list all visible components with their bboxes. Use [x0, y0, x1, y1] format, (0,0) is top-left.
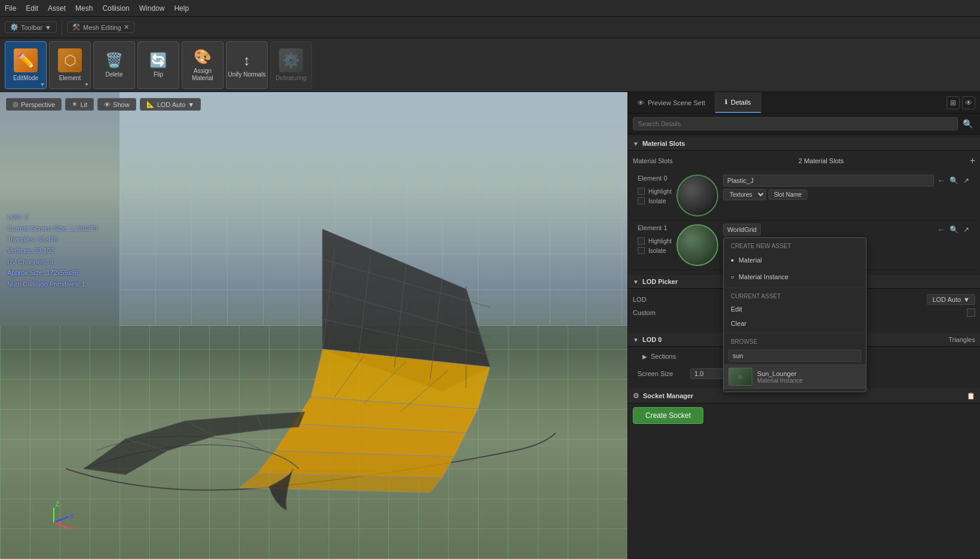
svg-line-12 [54, 523, 69, 529]
lit-icon: ☀ [72, 100, 78, 108]
element-0-material-preview [676, 175, 718, 216]
material-slots-row-header: Material Slots 2 Material Slots + [633, 155, 975, 166]
edit-mode-arrow: ▼ [40, 82, 45, 87]
element-0-search-button[interactable]: 🔍 [948, 175, 960, 186]
browse-search-input[interactable] [728, 350, 861, 362]
element-1-isolate-label: Isolate [648, 248, 666, 254]
element-0-label: Element 0 [638, 175, 672, 182]
material-count: 2 Material Slots [798, 157, 844, 164]
element-0-slot-name-button[interactable]: Slot Name [768, 190, 807, 200]
menu-file[interactable]: File [5, 4, 16, 13]
element-1-search-button[interactable]: 🔍 [948, 224, 960, 235]
menu-edit[interactable]: Edit [26, 4, 38, 13]
create-new-asset-header: Create New Asset [724, 240, 866, 252]
lit-label: Lit [80, 101, 87, 108]
icon-toolbar: ✏️ EditMode ▼ ⬡ Element ▼ 🗑️ Delete 🔄 Fl… [0, 38, 980, 92]
element-0-isolate-checkbox[interactable] [638, 197, 645, 204]
element-1-highlight-checkbox[interactable] [638, 237, 645, 245]
edit-label: Edit [731, 306, 742, 313]
lod-custom-checkbox[interactable] [967, 308, 975, 317]
menu-window[interactable]: Window [139, 4, 165, 13]
details-label: Details [731, 99, 751, 106]
clear-item[interactable]: Clear [724, 316, 866, 331]
browse-header: Browse [724, 336, 866, 347]
screen-size-input[interactable] [690, 368, 726, 379]
assign-material-button[interactable]: 🎨 Assign Material [182, 41, 223, 89]
element-0-isolate-row: Isolate [638, 197, 672, 204]
defeaturing-label: Defeaturing [275, 75, 307, 82]
flip-button[interactable]: 🔄 Flip [137, 41, 179, 89]
element-0-texture-select[interactable]: Textures [723, 189, 766, 200]
browse-result-item[interactable]: SL Sun_Lounger Material Instance [724, 364, 866, 389]
element-1-controls: Element 1 Highlight Isolate [638, 224, 672, 254]
flip-icon: 🔄 [149, 52, 167, 69]
browse-result-type: Material Instance [757, 377, 803, 384]
element-0-highlight-checkbox[interactable] [638, 188, 645, 195]
material-slots-section: Material Slots 2 Material Slots + Elemen… [628, 151, 980, 275]
preview-label: Preview Scene Sett [648, 99, 705, 106]
grid-view-button[interactable]: ⊞ [947, 96, 960, 109]
menu-collision[interactable]: Collision [102, 4, 129, 13]
menu-mesh[interactable]: Mesh [75, 4, 93, 13]
menu-asset[interactable]: Asset [48, 4, 66, 13]
menu-help[interactable]: Help [174, 4, 189, 13]
show-button[interactable]: 👁 Show [97, 98, 136, 111]
element-1-open-button[interactable]: ↗ [962, 224, 970, 235]
lod-value-button[interactable]: LOD Auto ▼ [927, 294, 975, 305]
delete-icon: 🗑️ [105, 52, 123, 69]
material-label: Material [739, 256, 762, 264]
search-input[interactable] [633, 117, 958, 130]
screen-size-label: Screen Size [638, 370, 685, 377]
element-0-material-name: Plastic_J [723, 175, 934, 187]
assign-material-icon: 🎨 [194, 48, 212, 65]
socket-icon: ⚙ [633, 392, 639, 400]
tab-details[interactable]: ℹ Details [715, 92, 761, 113]
toolbar-text: Toolbar [21, 24, 42, 31]
element-arrow: ▼ [84, 82, 89, 87]
lod-button[interactable]: 📐 LOD Auto ▼ [140, 98, 201, 111]
create-material-instance-item[interactable]: ▫ Material Instance [724, 268, 866, 285]
mesh-icon: ⚒️ [72, 23, 81, 31]
element-1-row: Element 1 Highlight Isolate [633, 221, 975, 270]
edit-mode-icon: ✏️ [14, 48, 38, 72]
viewport[interactable]: X Y Z ◎ Perspective ☀ Lit 👁 Show 📐 LOD A… [0, 92, 627, 559]
lod-label: LOD Auto [157, 101, 186, 108]
mesh-editing-label[interactable]: ⚒️ Mesh Editing ✕ [67, 22, 134, 33]
element-1-material-preview [676, 224, 718, 266]
add-slot-button[interactable]: + [970, 155, 975, 166]
mesh-editing-close[interactable]: ✕ [124, 23, 129, 31]
create-socket-button[interactable]: Create Socket [633, 407, 703, 424]
panel-tab-actions: ⊞ 👁 [947, 92, 980, 113]
perspective-button[interactable]: ◎ Perspective [6, 98, 62, 111]
material-slots-header[interactable]: ▼ Material Slots [628, 137, 980, 151]
current-asset-header: Current Asset [724, 291, 866, 302]
element-0-name-row: Plastic_J ← 🔍 ↗ [723, 175, 970, 187]
edit-item[interactable]: Edit [724, 302, 866, 316]
element-0-open-button[interactable]: ↗ [962, 175, 970, 186]
defeaturing-icon: ⚙️ [279, 48, 303, 72]
show-icon: 👁 [104, 101, 111, 108]
toolbar-separator [62, 20, 62, 35]
search-button[interactable]: 🔍 [960, 118, 975, 130]
element-1-name-row: WorldGrid Create New Asset ▪ Material [723, 224, 970, 235]
material-slots-title: Material Slots [642, 140, 975, 147]
search-bar: 🔍 [628, 114, 980, 135]
element-button[interactable]: ⬡ Element ▼ [49, 41, 91, 89]
lod-arrow: ▼ [188, 101, 194, 108]
tab-preview-scene[interactable]: 👁 Preview Scene Sett [628, 92, 715, 113]
lod-custom-label: Custom [633, 309, 681, 316]
lod0-triangles-label: Triangles [948, 336, 975, 343]
edit-mode-button[interactable]: ✏️ EditMode ▼ [5, 41, 47, 89]
element-1-isolate-checkbox[interactable] [638, 247, 645, 254]
flip-label: Flip [154, 71, 163, 78]
element-0-back-button[interactable]: ← [936, 175, 946, 186]
element-1-back-button[interactable]: ← [936, 224, 946, 235]
create-material-item[interactable]: ▪ Material [724, 252, 866, 268]
menu-bar: File Edit Asset Mesh Collision Window He… [0, 0, 980, 17]
unify-normals-button[interactable]: ↕ Unify Normals [226, 41, 268, 89]
lit-button[interactable]: ☀ Lit [65, 98, 94, 111]
eye-view-button[interactable]: 👁 [962, 96, 975, 109]
delete-button[interactable]: 🗑️ Delete [93, 41, 135, 89]
material-instance-icon: ▫ [731, 272, 734, 282]
toolbar-label[interactable]: ⚙️ Toolbar ▼ [5, 22, 57, 33]
